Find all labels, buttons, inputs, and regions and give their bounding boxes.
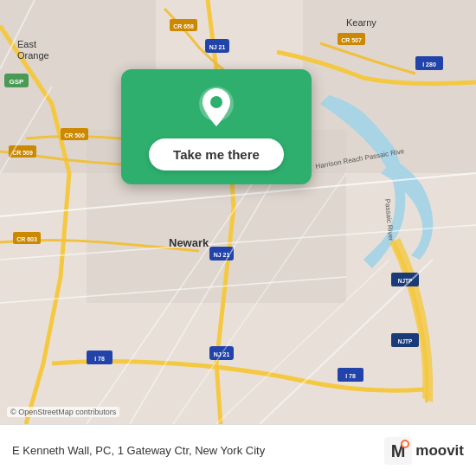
svg-text:Orange: Orange — [17, 50, 49, 61]
svg-text:CR 509: CR 509 — [12, 150, 33, 156]
svg-point-39 — [210, 96, 222, 108]
svg-text:CR 500: CR 500 — [64, 132, 85, 138]
address-text: E Kenneth Wall, PC, 1 Gateway Ctr, New Y… — [12, 444, 384, 457]
moovit-icon: M — [384, 437, 412, 465]
bottom-bar: E Kenneth Wall, PC, 1 Gateway Ctr, New Y… — [0, 424, 476, 476]
svg-text:CR 658: CR 658 — [173, 23, 194, 29]
svg-text:Newark: Newark — [169, 236, 209, 249]
take-me-there-button[interactable]: Take me there — [149, 138, 284, 170]
location-card: Take me there — [121, 69, 312, 184]
svg-text:NJ 21: NJ 21 — [214, 252, 230, 258]
svg-text:NJTP: NJTP — [398, 338, 413, 344]
svg-text:I 280: I 280 — [422, 61, 436, 68]
svg-text:CR 507: CR 507 — [341, 37, 362, 43]
svg-text:I 78: I 78 — [345, 373, 356, 379]
map-container: GSP I 280 NJ 21 NJ 21 NJ 21 I 78 I 78 NJ… — [0, 0, 476, 424]
svg-text:East: East — [17, 39, 36, 49]
svg-text:CR 603: CR 603 — [16, 236, 37, 242]
svg-text:GSP: GSP — [10, 78, 25, 86]
osm-attribution: © OpenStreetMap contributors — [7, 407, 119, 417]
moovit-logo: M moovit — [384, 437, 464, 465]
moovit-text: moovit — [415, 442, 464, 460]
svg-text:I 78: I 78 — [94, 356, 105, 362]
svg-text:NJ 21: NJ 21 — [209, 44, 226, 50]
svg-point-43 — [402, 441, 408, 447]
location-pin-icon — [194, 85, 239, 130]
svg-text:Kearny: Kearny — [346, 17, 376, 28]
